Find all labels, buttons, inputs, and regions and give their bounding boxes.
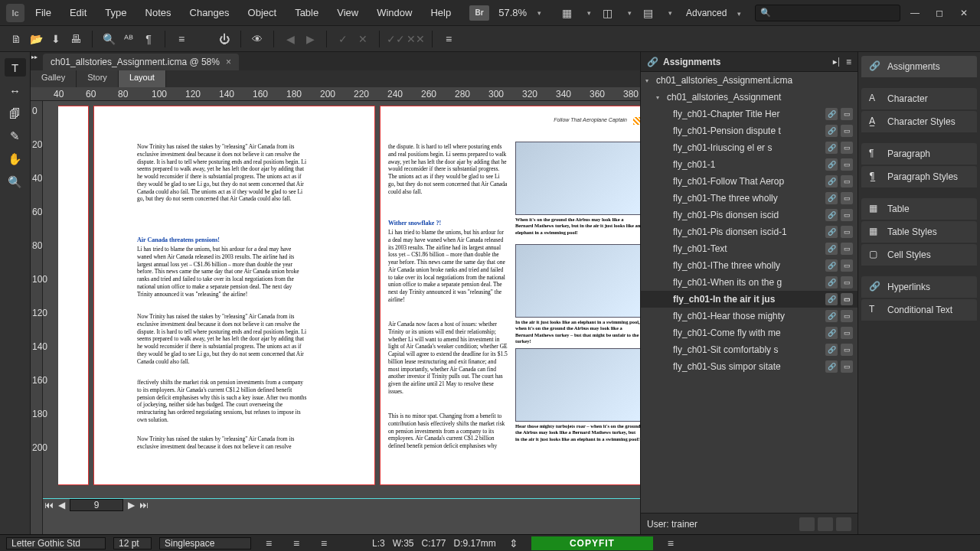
maximize-button[interactable]: ◻ xyxy=(929,5,949,21)
menu-edit[interactable]: Edit xyxy=(62,4,94,21)
view-options-icon[interactable]: ▤ xyxy=(639,5,656,21)
open-icon[interactable]: 📂 xyxy=(28,31,44,47)
prev-page-icon[interactable]: ◀ xyxy=(58,500,65,510)
caption[interactable]: When it's on the ground the Airbus may l… xyxy=(515,217,640,236)
page-navigator[interactable]: ⏮ ◀ 9 ▶ ⏭ xyxy=(44,499,149,511)
position-tool-icon[interactable]: ↔ xyxy=(5,81,26,99)
checkout-icon[interactable] xyxy=(836,517,851,531)
page-spread-right[interactable]: Follow That Aeroplane Captain the disput… xyxy=(380,106,640,485)
body-text[interactable]: the dispute. It is hard to tell where po… xyxy=(388,143,508,195)
tab-layout[interactable]: Layout xyxy=(119,70,166,87)
assignment-item[interactable]: fly_ch01-The three wholly🔗▭ xyxy=(641,190,858,207)
menu-icon[interactable]: ≡ xyxy=(173,31,190,47)
tab-galley[interactable]: Galley xyxy=(31,70,77,87)
assignment-item[interactable]: fly_ch01-Sus simpor sitate🔗▭ xyxy=(641,358,858,375)
assignment-item[interactable]: fly_ch01-When its on the g🔗▭ xyxy=(641,274,858,291)
dock-tab-paragraph[interactable]: ¶Paragraph xyxy=(861,143,977,165)
dock-tab-character[interactable]: ACharacter xyxy=(861,88,977,109)
image-frame[interactable] xyxy=(515,348,640,422)
last-page-icon[interactable]: ⏭ xyxy=(139,500,149,510)
panel-collapse-icon[interactable]: ▸│ xyxy=(833,57,841,66)
body-text[interactable]: Now Trinity has raised the stakes by "re… xyxy=(137,143,307,203)
heading-1[interactable]: Air Canada threatens pensions! xyxy=(137,236,220,244)
dock-tab-assignments[interactable]: 🔗Assignments xyxy=(861,56,977,77)
close-button[interactable]: ✕ xyxy=(954,5,974,21)
first-page-icon[interactable]: ⏮ xyxy=(44,500,54,510)
menu-changes[interactable]: Changes xyxy=(182,4,237,21)
image-frame[interactable] xyxy=(515,142,640,215)
next-icon[interactable]: ▶ xyxy=(302,31,318,47)
print-icon[interactable]: 🖶 xyxy=(67,31,84,47)
align-center-icon[interactable]: ≡ xyxy=(288,535,305,552)
menu-help[interactable]: Help xyxy=(423,4,459,21)
view-options-caret-icon[interactable]: ▾ xyxy=(665,6,675,20)
tab-story[interactable]: Story xyxy=(77,70,119,87)
body-text[interactable]: ffectively shifts the market risk on pen… xyxy=(137,379,307,424)
assignment-item[interactable]: fly_ch01-Text🔗▭ xyxy=(641,240,858,257)
find-icon[interactable]: 🔍 xyxy=(100,31,117,47)
assignment-root[interactable]: ▾ch01_allstories_Assignment.icma xyxy=(641,72,858,89)
arrange-icon[interactable]: ◫ xyxy=(599,5,616,21)
dock-tab-conditional-text[interactable]: TConditional Text xyxy=(861,299,977,321)
arrange-caret-icon[interactable]: ▾ xyxy=(625,6,635,20)
assignment-item[interactable]: fly_ch01-Chapter Title Her🔗▭ xyxy=(641,106,858,122)
font-family-field[interactable]: Letter Gothic Std xyxy=(6,537,106,549)
align-left-icon[interactable]: ≡ xyxy=(260,535,277,552)
menu-type[interactable]: Type xyxy=(97,4,134,21)
page-number-field[interactable]: 9 xyxy=(70,499,123,511)
dock-tab-table-styles[interactable]: ▦Table Styles xyxy=(861,221,977,243)
minimize-button[interactable]: — xyxy=(905,5,925,21)
depth-ruler-icon[interactable]: ⇕ xyxy=(505,535,522,552)
dock-tab-table[interactable]: ▦Table xyxy=(861,198,977,220)
note-tool-icon[interactable]: 🗐 xyxy=(5,104,26,122)
assignment-item[interactable]: fly_ch01-IThe three wholly🔗▭ xyxy=(641,257,858,274)
assignment-item[interactable]: fly_ch01-Pis dionsen iscid-1🔗▭ xyxy=(641,223,858,240)
assignment-item[interactable]: fly_ch01-In the air it jus🔗▭ xyxy=(641,291,858,308)
body-text[interactable]: This is no minor spat. Changing from a b… xyxy=(388,412,508,450)
assignment-item[interactable]: fly_ch01-Follow That Aerop🔗▭ xyxy=(641,173,858,190)
screen-mode-icon[interactable]: ▦ xyxy=(558,5,575,21)
save-icon[interactable]: ⬇ xyxy=(47,31,64,47)
body-text[interactable]: Now Trinity has raised the stakes by "re… xyxy=(137,435,307,451)
next-page-icon[interactable]: ▶ xyxy=(128,500,135,510)
reject-icon[interactable]: ✕ xyxy=(354,31,371,47)
workspace-switcher[interactable]: Advanced ▾ xyxy=(686,7,744,18)
assignment-item[interactable]: fly_ch01-Sit comfortably s🔗▭ xyxy=(641,341,858,358)
power-icon[interactable]: ⏻ xyxy=(216,31,233,47)
more-icon[interactable]: ≡ xyxy=(440,31,457,47)
dock-tab-character-styles[interactable]: A̲Character Styles xyxy=(861,111,977,132)
assignment-item[interactable]: fly_ch01-1🔗▭ xyxy=(641,156,858,173)
menu-table[interactable]: Table xyxy=(287,4,326,21)
close-tab-icon[interactable]: × xyxy=(226,57,231,67)
hand-tool-icon[interactable]: ✋ xyxy=(5,150,26,168)
assignment-item[interactable]: fly_ch01-Pension dispute t🔗▭ xyxy=(641,122,858,139)
search-input[interactable]: 🔍 xyxy=(755,5,900,21)
body-text[interactable]: Air Canada now faces a host of issues: w… xyxy=(388,321,508,396)
dock-tab-cell-styles[interactable]: ▢Cell Styles xyxy=(861,244,977,266)
panel-menu-icon[interactable]: ≡ xyxy=(846,57,851,67)
accept-icon[interactable]: ✓ xyxy=(335,31,351,47)
document-tab[interactable]: ch01_allstories_Assignment.icma @ 58% × xyxy=(43,54,239,70)
spellcheck-icon[interactable]: ᴬᴮ xyxy=(120,31,137,47)
new-icon[interactable]: 🗎 xyxy=(8,31,24,47)
font-size-field[interactable]: 12 pt xyxy=(113,537,152,549)
menu-window[interactable]: Window xyxy=(369,4,420,21)
leading-field[interactable]: Singlespace xyxy=(159,537,251,549)
collapse-toggle-icon[interactable]: ▸▸ xyxy=(31,52,38,61)
heading-2[interactable]: Wither snowflake ?! xyxy=(388,220,441,227)
caption[interactable]: Hear those mighty turbojets roar – when … xyxy=(515,423,640,442)
refresh-icon[interactable] xyxy=(818,517,833,531)
prev-icon[interactable]: ◀ xyxy=(282,31,299,47)
status-menu-icon[interactable]: ≡ xyxy=(662,535,679,552)
paragraph-icon[interactable]: ¶ xyxy=(140,31,157,47)
menu-view[interactable]: View xyxy=(329,4,366,21)
assignment-item[interactable]: fly_ch01-Iriuscing el er s🔗▭ xyxy=(641,139,858,156)
update-icon[interactable] xyxy=(799,517,815,531)
assignment-item[interactable]: fly_ch01-Pis dionsen iscid🔗▭ xyxy=(641,207,858,223)
zoom-dropdown-icon[interactable]: ▾ xyxy=(534,6,544,20)
body-text[interactable]: Li has tried to blame the unions, but hi… xyxy=(137,246,307,298)
caption[interactable]: In the air it just looks like an elephan… xyxy=(515,319,640,345)
type-tool-icon[interactable]: T xyxy=(5,58,26,77)
assignment-item[interactable]: fly_ch01-Come fly with me🔗▭ xyxy=(641,324,858,341)
menu-file[interactable]: File xyxy=(28,4,59,21)
